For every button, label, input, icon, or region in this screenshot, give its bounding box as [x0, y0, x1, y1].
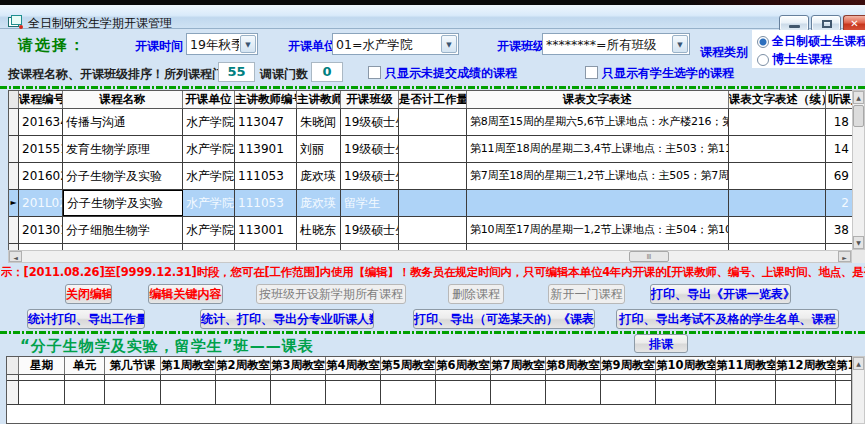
grid-cell-workload[interactable]: [399, 217, 467, 243]
grid-cell-tid[interactable]: 113001: [235, 217, 297, 243]
schedule-cell[interactable]: [716, 381, 776, 404]
scroll-up-icon[interactable]: ▲: [853, 357, 864, 370]
week-column-header[interactable]: 第11周教室: [716, 357, 776, 374]
vertical-scrollbar[interactable]: ▲: [852, 356, 865, 424]
print-schedule-button[interactable]: 打印、导出（可选某天的）《课表》: [413, 309, 595, 329]
grid-cell-teacher[interactable]: 杜晓东: [297, 217, 341, 243]
grid-cell-count[interactable]: 14: [826, 136, 853, 162]
grid-cell-workload[interactable]: [399, 163, 467, 189]
schedule-cell[interactable]: [656, 381, 716, 404]
table-row[interactable]: 201634传播与沟通水产学院113047朱晓闻19级硕士生第8周至15周的星期…: [9, 109, 852, 136]
week-column-header[interactable]: 第4周教室: [326, 357, 381, 374]
stat-attendance-button[interactable]: 统计、打印、导出分专业听课人数: [200, 309, 374, 329]
schedule-cell[interactable]: [836, 381, 853, 404]
grid-cell-unit[interactable]: 水产学院: [183, 217, 235, 243]
week-column-header[interactable]: 第10周教室: [656, 357, 716, 374]
grid-cell-workload[interactable]: [399, 136, 467, 162]
close-edit-button[interactable]: 关闭编辑: [65, 284, 112, 304]
grid-cell-sched2[interactable]: [729, 136, 826, 162]
grid-cell-cls[interactable]: 留学生: [341, 190, 399, 216]
grid-cell-name[interactable]: 传播与沟通: [63, 109, 183, 135]
week-column-header[interactable]: 星期: [19, 357, 65, 374]
table-row[interactable]: 201551发育生物学原理水产学院113901刘丽19级硕士生第11周至18周的…: [9, 136, 852, 163]
week-column-header[interactable]: 单元: [65, 357, 105, 374]
week-column-header[interactable]: 第3周教室: [271, 357, 326, 374]
grid-cell-count[interactable]: 2: [826, 190, 853, 216]
grid-cell-tid[interactable]: 111053: [235, 163, 297, 189]
schedule-cell[interactable]: [271, 381, 326, 404]
week-column-header[interactable]: 第6周教室: [436, 357, 491, 374]
grid-column-header[interactable]: 课程名称: [63, 91, 183, 108]
arrange-button[interactable]: 排课: [634, 334, 688, 353]
schedule-cell[interactable]: [381, 381, 436, 404]
grid-cell-cls[interactable]: 19级硕士生: [341, 109, 399, 135]
schedule-cell[interactable]: [601, 381, 656, 404]
schedule-cell[interactable]: [326, 381, 381, 404]
table-row[interactable]: 201301分子细胞生物学水产学院113001杜晓东19级硕士生第10周至17周…: [9, 217, 852, 244]
table-row[interactable]: 201602分子生物学及实验水产学院111053庞欢瑛19级硕士生第7周至18周…: [9, 163, 852, 190]
grid-cell-cls[interactable]: 19级硕士生: [341, 217, 399, 243]
grid-cell-teacher[interactable]: 朱晓闻: [297, 109, 341, 135]
print-overview-button[interactable]: 打印、导出《开课一览表》: [650, 284, 791, 304]
grid-cell-workload[interactable]: [399, 190, 467, 216]
grid-cell-sched[interactable]: 第11周至18周的星期二3,4节上课地点：主503；第11周至: [467, 136, 729, 162]
week-column-header[interactable]: 第2周教室: [216, 357, 271, 374]
scrollbar-thumb[interactable]: Ⅲ: [629, 251, 669, 262]
scroll-up-icon[interactable]: ▲: [853, 91, 864, 104]
week-column-header[interactable]: 第几节课: [105, 357, 161, 374]
chevron-down-icon[interactable]: ▼: [441, 35, 457, 53]
class-select[interactable]: ********=所有班级 ▼: [542, 33, 690, 55]
scroll-down-icon[interactable]: ▼: [853, 236, 864, 249]
week-column-header[interactable]: 第7周教室: [491, 357, 546, 374]
row-selector[interactable]: [9, 217, 19, 243]
grid-cell-unit[interactable]: 水产学院: [183, 190, 235, 216]
unit-select[interactable]: 01=水产学院 ▼: [332, 33, 459, 55]
grid-cell-sched[interactable]: 第8周至15周的星期六5,6节上课地点：水产楼216；第8周: [467, 109, 729, 135]
grid-cell-sched2[interactable]: [729, 109, 826, 135]
schedule-cell[interactable]: [19, 381, 65, 404]
grid-cell-name[interactable]: 分子细胞生物学: [63, 217, 183, 243]
grid-cell-name[interactable]: 发育生物学原理: [63, 136, 183, 162]
schedule-cell[interactable]: [216, 381, 271, 404]
schedule-cell[interactable]: [491, 381, 546, 404]
grid-cell-sched2[interactable]: [729, 190, 826, 216]
grid-column-header[interactable]: 主讲教师编号: [235, 91, 297, 108]
grid-cell-sched2[interactable]: [729, 217, 826, 243]
schedule-row[interactable]: [7, 381, 851, 405]
grid-cell-tid[interactable]: 113901: [235, 136, 297, 162]
grid-cell-count[interactable]: 69: [826, 163, 853, 189]
grid-cell-count[interactable]: 18: [826, 109, 853, 135]
grid-cell-sched[interactable]: 第7周至18周的星期三1,2节上课地点：主505；第7周至18: [467, 163, 729, 189]
schedule-cell[interactable]: [776, 381, 836, 404]
scrollbar-thumb[interactable]: [853, 105, 864, 127]
inline-edit-field[interactable]: 分子生物学及实验: [63, 190, 183, 216]
grid-cell-teacher[interactable]: 庞欢瑛: [297, 190, 341, 216]
grid-cell-teacher[interactable]: 刘丽: [297, 136, 341, 162]
radio-master-courses[interactable]: 全日制硕士生课程: [757, 33, 865, 50]
grid-cell-sched[interactable]: 第10周至17周的星期一1,2节上课地点：主504；第10周至: [467, 217, 729, 243]
schedule-cell[interactable]: [161, 381, 216, 404]
grid-cell-id[interactable]: 201L02: [19, 190, 63, 216]
week-column-header[interactable]: 第5周教室: [381, 357, 436, 374]
grid-column-header[interactable]: 课程编号: [19, 91, 63, 108]
grid-cell-teacher[interactable]: 庞欢瑛: [297, 163, 341, 189]
grid-column-header[interactable]: 开课班级: [341, 91, 399, 108]
edit-key-button[interactable]: 编辑关键内容: [148, 284, 223, 304]
horizontal-scrollbar[interactable]: ◄ Ⅲ ►: [8, 250, 852, 263]
grid-cell-tid[interactable]: 111053: [235, 190, 297, 216]
grid-column-header[interactable]: 主讲教师: [297, 91, 341, 108]
radio-phd-courses[interactable]: 博士生课程: [757, 51, 832, 68]
schedule-cell[interactable]: [105, 381, 161, 404]
grid-cell-tid[interactable]: 113047: [235, 109, 297, 135]
schedule-cell[interactable]: [65, 381, 105, 404]
grid-cell-unit[interactable]: 水产学院: [183, 109, 235, 135]
week-column-header[interactable]: 第13: [836, 357, 853, 374]
grid-cell-sched[interactable]: [467, 190, 729, 216]
grid-cell-id[interactable]: 201301: [19, 217, 63, 243]
chevron-down-icon[interactable]: ▼: [672, 35, 688, 53]
week-column-header[interactable]: 第9周教室: [601, 357, 656, 374]
schedule-cell[interactable]: [436, 381, 491, 404]
grid-cell-cls[interactable]: 19级硕士生: [341, 163, 399, 189]
scroll-right-icon[interactable]: ►: [838, 251, 851, 262]
grid-cell-id[interactable]: 201602: [19, 163, 63, 189]
